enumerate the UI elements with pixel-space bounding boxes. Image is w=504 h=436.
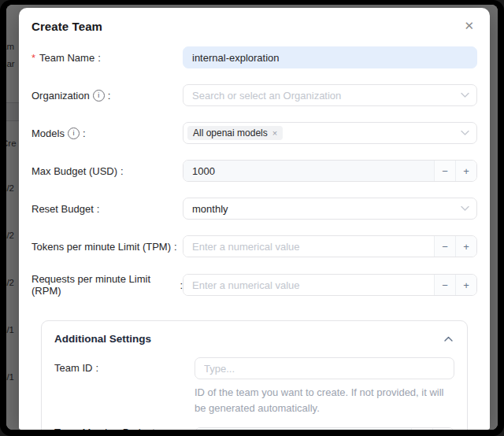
- modal-title: Create Team: [32, 20, 102, 33]
- chevron-up-icon[interactable]: [443, 334, 454, 343]
- tpm-row: Tokens per minute Limit (TPM): − +: [32, 235, 477, 257]
- create-team-form: *Team Name: Organization i: Search or se…: [32, 46, 477, 430]
- organization-row: Organization i: Search or select an Orga…: [32, 84, 477, 106]
- required-mark: *: [32, 52, 35, 64]
- team-name-input[interactable]: [183, 46, 477, 68]
- rpm-row: Requests per minute Limit (RPM): − +: [32, 273, 477, 297]
- additional-settings-title: Additional Settings: [54, 333, 151, 345]
- tpm-label: Tokens per minute Limit (TPM):: [32, 241, 183, 253]
- decrement-button[interactable]: −: [434, 275, 455, 295]
- team-member-budget-label: Team Member Budget (USD) ?:: [54, 427, 195, 430]
- team-id-row: Team ID: ID of the team you want to crea…: [54, 357, 454, 416]
- tpm-stepper: − +: [183, 235, 477, 257]
- info-icon[interactable]: i: [93, 90, 105, 102]
- models-select[interactable]: All openai models ×: [183, 122, 477, 144]
- tpm-input[interactable]: [183, 236, 434, 257]
- additional-settings-section: Additional Settings Team ID: ID of the t…: [41, 320, 468, 430]
- team-member-budget-input[interactable]: [195, 428, 411, 430]
- close-icon[interactable]: ✕: [462, 18, 476, 33]
- increment-button[interactable]: +: [432, 428, 454, 430]
- team-id-help-text: ID of the team you want to create. If no…: [195, 385, 454, 416]
- rpm-input[interactable]: [183, 275, 434, 295]
- model-tag: All openai models ×: [187, 126, 283, 140]
- max-budget-input[interactable]: [183, 161, 434, 181]
- max-budget-label: Max Budget (USD):: [32, 165, 183, 177]
- reset-budget-select[interactable]: monthly: [183, 198, 477, 220]
- rpm-stepper: − +: [183, 274, 477, 296]
- organization-select[interactable]: Search or select an Organization: [183, 84, 477, 106]
- reset-budget-row: Reset Budget: monthly: [32, 198, 477, 220]
- create-team-modal: Create Team ✕ *Team Name: Organization i…: [19, 8, 490, 430]
- reset-budget-label: Reset Budget:: [32, 203, 183, 215]
- chevron-down-icon: [461, 206, 469, 212]
- team-name-row: *Team Name:: [32, 46, 477, 68]
- model-tag-label: All openai models: [193, 127, 268, 139]
- chevron-down-icon: [461, 93, 469, 98]
- decrement-button[interactable]: −: [434, 161, 455, 181]
- team-member-budget-stepper: − +: [195, 427, 454, 430]
- team-name-label: *Team Name:: [32, 52, 183, 64]
- max-budget-stepper: − +: [183, 160, 477, 182]
- window: am nar Cre 6/2 6/2 6/2 6/1 6/1 Create Te…: [0, 0, 504, 436]
- increment-button[interactable]: +: [455, 236, 476, 257]
- team-id-input[interactable]: [195, 357, 454, 379]
- organization-placeholder: Search or select an Organization: [192, 90, 341, 102]
- decrement-button[interactable]: −: [434, 236, 455, 257]
- rpm-label: Requests per minute Limit (RPM):: [32, 273, 183, 297]
- models-row: Models i: All openai models ×: [32, 122, 477, 144]
- max-budget-row: Max Budget (USD): − +: [32, 160, 477, 182]
- info-icon[interactable]: i: [68, 127, 80, 139]
- team-id-label: Team ID:: [54, 357, 195, 374]
- increment-button[interactable]: +: [455, 275, 476, 295]
- decrement-button[interactable]: −: [411, 428, 432, 430]
- team-member-budget-row: Team Member Budget (USD) ?: − +: [54, 427, 454, 430]
- reset-budget-value: monthly: [192, 203, 228, 215]
- models-label: Models i:: [32, 127, 183, 139]
- tag-remove-icon[interactable]: ×: [272, 129, 277, 138]
- organization-label: Organization i:: [32, 90, 183, 102]
- increment-button[interactable]: +: [455, 161, 476, 181]
- chevron-down-icon: [461, 131, 469, 136]
